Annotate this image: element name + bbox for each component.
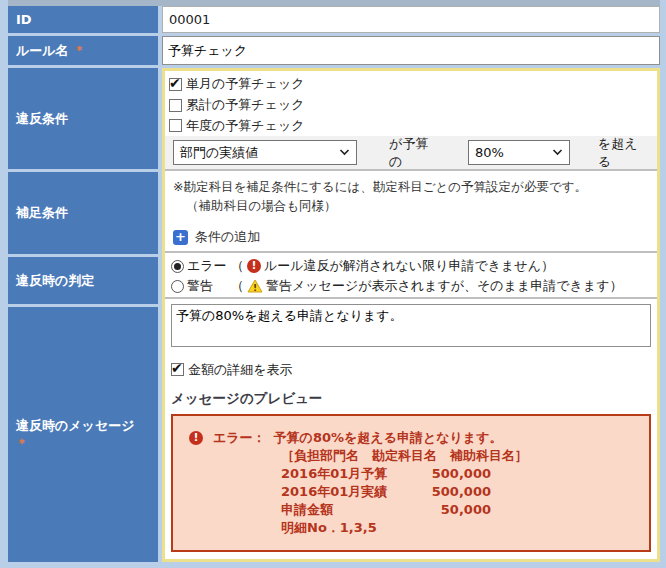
paren-close: ） bbox=[609, 277, 622, 295]
label-violation-judgment-text: 違反時の判定 bbox=[16, 272, 94, 290]
amount-row-label: 2016年01月実績 bbox=[281, 483, 419, 501]
paren-open: （ bbox=[231, 257, 244, 275]
error-circle-icon bbox=[189, 431, 203, 445]
label-violation-condition: 違反条件 bbox=[8, 68, 158, 169]
radio-description: ルール違反が解消されない限り申請できません bbox=[264, 257, 541, 275]
preview-error-line: エラー： 予算の80%を超える申請となります。 bbox=[189, 429, 633, 447]
warning-triangle-icon: ! bbox=[247, 279, 263, 293]
label-rule-name-text: ルール名 bbox=[16, 42, 69, 60]
radio-error-option[interactable]: エラー （ ルール違反が解消されない限り申請できません ） bbox=[171, 256, 651, 276]
error-circle-icon bbox=[247, 259, 261, 273]
paren-close: ） bbox=[541, 257, 554, 275]
label-column: ID ルール名 ＊ 違反条件 補足条件 違反時の判定 違反時のメッセージ ＊ bbox=[8, 6, 158, 562]
percent-selected: 80% bbox=[475, 145, 504, 160]
rule-edit-window: ID ルール名 ＊ 違反条件 補足条件 違反時の判定 違反時のメッセージ ＊ bbox=[0, 0, 666, 568]
radio-description: 警告メッセージが表示されますが、そのまま申請できます bbox=[266, 277, 609, 295]
checkbox-label: 累計の予算チェック bbox=[186, 96, 305, 114]
checkbox-monthly-budget-check[interactable]: 単月の予算チェック bbox=[165, 74, 657, 95]
radio-label: エラー bbox=[187, 257, 231, 275]
amount-row-value: 50,000 bbox=[419, 501, 491, 519]
label-id: ID bbox=[8, 6, 158, 33]
label-violation-message: 違反時のメッセージ ＊ bbox=[8, 307, 158, 562]
checkbox-label: 年度の予算チェック bbox=[186, 117, 305, 135]
amount-row-label: 2016年01月予算 bbox=[281, 465, 419, 483]
checkbox-label: 金額の詳細を表示 bbox=[188, 361, 293, 379]
amount-row-value: 500,000 bbox=[419, 483, 491, 501]
label-id-text: ID bbox=[16, 12, 32, 27]
required-mark: ＊ bbox=[74, 42, 86, 59]
violation-judgment-section: エラー （ ルール違反が解消されない限り申請できません ） 警告 （ ! bbox=[165, 251, 657, 297]
violation-condition-section: 単月の予算チェック 累計の予算チェック 年度の予算チェック 部門の実績値 bbox=[165, 71, 657, 169]
label-violation-judgment: 違反時の判定 bbox=[8, 257, 158, 304]
message-preview-title: メッセージのプレビュー bbox=[171, 390, 651, 408]
checkbox-checked-icon bbox=[169, 78, 182, 91]
checkbox-annual-budget-check[interactable]: 年度の予算チェック bbox=[165, 115, 657, 136]
required-mark: ＊ bbox=[16, 436, 28, 450]
supplement-condition-section: ※勘定科目を補足条件にするには、勘定科目ごとの予算設定が必要です。 （補助科目の… bbox=[165, 169, 657, 251]
checkbox-cumulative-budget-check[interactable]: 累計の予算チェック bbox=[165, 95, 657, 116]
checkbox-label: 単月の予算チェック bbox=[186, 75, 305, 93]
radio-unselected-icon bbox=[171, 280, 184, 293]
message-preview-panel: エラー： 予算の80%を超える申請となります。 ［負担部門名 勘定科目名 補助科… bbox=[171, 414, 651, 552]
checkbox-show-amount-detail[interactable]: 金額の詳細を表示 bbox=[171, 359, 651, 380]
preview-error-message: 予算の80%を超える申請となります。 bbox=[274, 429, 503, 447]
svg-text:!: ! bbox=[253, 283, 257, 293]
target-value-selected: 部門の実績値 bbox=[180, 144, 258, 162]
amount-row-value: 500,000 bbox=[419, 465, 491, 483]
amount-row-label: 申請金額 bbox=[281, 501, 419, 519]
condition-middle-text: が予算の bbox=[389, 135, 440, 171]
paren-open: （ bbox=[231, 277, 244, 295]
preview-amount-row: 2016年01月実績 500,000 bbox=[189, 483, 633, 501]
value-column: 00001 単月の予算チェック 累計の予算チェック 年度の予算チェック bbox=[162, 6, 660, 562]
label-supplement-condition: 補足条件 bbox=[8, 172, 158, 254]
highlighted-condition-area: 単月の予算チェック 累計の予算チェック 年度の予算チェック 部門の実績値 bbox=[162, 68, 660, 562]
chevron-down-icon bbox=[552, 149, 563, 156]
preview-detail-line: 明細No．1,3,5 bbox=[189, 519, 633, 537]
id-value: 00001 bbox=[162, 6, 660, 33]
rule-form: ID ルール名 ＊ 違反条件 補足条件 違反時の判定 違反時のメッセージ ＊ bbox=[8, 6, 660, 562]
percent-select[interactable]: 80% bbox=[468, 140, 570, 165]
checkbox-unchecked-icon bbox=[169, 119, 182, 132]
target-value-select[interactable]: 部門の実績値 bbox=[173, 140, 357, 165]
supplement-note-line2: （補助科目の場合も同様） bbox=[173, 196, 649, 215]
checkbox-checked-icon bbox=[171, 363, 184, 376]
violation-message-textarea[interactable]: 予算の80%を超える申請となります。 bbox=[171, 304, 651, 347]
chevron-down-icon bbox=[339, 149, 350, 156]
preview-amount-row: 申請金額 50,000 bbox=[189, 501, 633, 519]
violation-message-section: 予算の80%を超える申請となります。 金額の詳細を表示 メッセージのプレビュー … bbox=[165, 297, 657, 560]
add-condition-button[interactable]: 条件の追加 bbox=[173, 228, 260, 246]
preview-error-prefix: エラー： bbox=[213, 429, 266, 447]
rule-name-input[interactable] bbox=[162, 36, 660, 65]
condition-builder-band: 部門の実績値 が予算の 80% を超える bbox=[165, 136, 657, 169]
radio-selected-icon bbox=[171, 260, 184, 273]
label-supplement-condition-text: 補足条件 bbox=[16, 204, 68, 222]
label-rule-name: ルール名 ＊ bbox=[8, 36, 158, 65]
radio-label: 警告 bbox=[187, 277, 231, 295]
checkbox-unchecked-icon bbox=[169, 99, 182, 112]
preview-amount-row: 2016年01月予算 500,000 bbox=[189, 465, 633, 483]
label-violation-condition-text: 違反条件 bbox=[16, 110, 68, 128]
plus-icon bbox=[173, 230, 188, 245]
add-condition-label: 条件の追加 bbox=[195, 228, 260, 246]
radio-warning-option[interactable]: 警告 （ ! 警告メッセージが表示されますが、そのまま申請できます ） bbox=[171, 276, 651, 296]
condition-suffix-text: を超える bbox=[598, 135, 649, 171]
supplement-note-line1: ※勘定科目を補足条件にするには、勘定科目ごとの予算設定が必要です。 bbox=[173, 177, 649, 196]
label-violation-message-text: 違反時のメッセージ bbox=[16, 418, 135, 433]
preview-target-line: ［負担部門名 勘定科目名 補助科目名］ bbox=[189, 447, 633, 465]
